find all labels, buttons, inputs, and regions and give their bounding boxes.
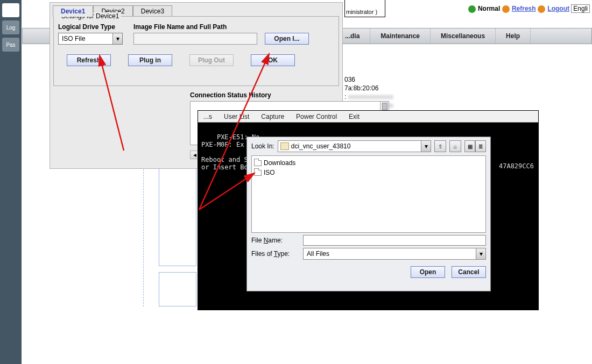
tab-device1[interactable]: Device1 xyxy=(53,5,93,17)
sidebar-item-0[interactable] xyxy=(2,3,19,17)
folder-item-downloads[interactable]: Downloads xyxy=(254,158,483,168)
sidebar-item-pas[interactable]: Pas xyxy=(2,38,19,52)
ok-button[interactable]: OK xyxy=(251,54,295,66)
console-menu-exit[interactable]: Exit xyxy=(349,113,360,120)
chevron-down-icon[interactable]: ▾ xyxy=(421,141,431,152)
folder-icon xyxy=(280,142,289,150)
file-list[interactable]: Downloads ISO xyxy=(251,155,486,233)
folder-name: Downloads xyxy=(264,159,295,167)
lookin-value: dci_vnc_user_43810 xyxy=(291,142,421,150)
console-menu-stub[interactable]: ...s xyxy=(203,113,212,120)
console-menubar: ...s User List Capture Power Control Exi… xyxy=(198,111,538,123)
open-file-dialog: Look In: dci_vnc_user_43810 ▾ ⇧ ⌂ ▦ ≣ Do… xyxy=(246,137,491,291)
filename-label: File Name: xyxy=(251,237,299,244)
drive-type-value: ISO File xyxy=(59,35,112,42)
image-path-input[interactable] xyxy=(133,33,257,45)
folder-icon xyxy=(254,170,262,176)
status-ok-icon xyxy=(468,5,476,13)
logout-icon xyxy=(538,5,545,13)
plugout-button: Plug Out xyxy=(189,54,234,66)
view-list-button[interactable]: ≣ xyxy=(475,140,486,152)
open-button[interactable]: Open xyxy=(411,266,445,278)
chevron-down-icon[interactable]: ▾ xyxy=(112,33,122,44)
folder-name: ISO xyxy=(264,169,275,176)
chevron-down-icon[interactable]: ▾ xyxy=(476,248,485,259)
lookin-select[interactable]: dci_vnc_user_43810 ▾ xyxy=(278,140,431,152)
console-menu-power[interactable]: Power Control xyxy=(296,113,337,120)
user-role-box: ministrator ) xyxy=(344,0,385,17)
filetype-select[interactable]: All Files ▾ xyxy=(303,248,486,260)
history-title: Connection Status History xyxy=(190,91,389,99)
cancel-button[interactable]: Cancel xyxy=(452,266,486,278)
drive-type-label: Logical Drive Type xyxy=(58,23,123,31)
sidebar-item-log[interactable]: Log xyxy=(2,20,19,34)
up-folder-button[interactable]: ⇧ xyxy=(434,140,446,152)
left-sidebar: Log Pas xyxy=(0,0,22,364)
filename-input[interactable] xyxy=(303,235,486,246)
lookin-label: Look In: xyxy=(251,142,274,150)
open-image-button[interactable]: Open I... xyxy=(265,33,309,45)
refresh-icon xyxy=(502,5,510,13)
status-text: Normal xyxy=(478,5,500,12)
console-menu-capture[interactable]: Capture xyxy=(261,113,284,120)
console-menu-userlist[interactable]: User List xyxy=(224,113,249,120)
language-select[interactable]: Engli xyxy=(571,4,590,13)
header-links: Normal Refresh Logout Engli xyxy=(468,4,590,13)
logout-link[interactable]: Logout xyxy=(547,5,569,12)
placeholder-box-1 xyxy=(159,167,196,266)
menu-help[interactable]: Help xyxy=(496,28,531,44)
folder-icon xyxy=(254,160,262,166)
filetype-value: All Files xyxy=(304,250,476,258)
refresh-link[interactable]: Refresh xyxy=(512,5,536,12)
info-line-1: 036 xyxy=(344,75,393,84)
console-hex: 47A829CC6 xyxy=(499,162,534,170)
drive-type-select[interactable]: ISO File ▾ xyxy=(58,33,123,45)
refresh-button[interactable]: Refresh xyxy=(67,54,111,66)
tab-device3[interactable]: Device3 xyxy=(133,5,172,17)
menu-miscellaneous[interactable]: Miscellaneous xyxy=(431,28,496,44)
image-path-label: Image File Name and Full Path xyxy=(133,23,309,31)
plugin-button[interactable]: Plug in xyxy=(128,54,172,66)
folder-item-iso[interactable]: ISO xyxy=(254,168,483,177)
device-settings-group: Settings for Device1 Logical Drive Type … xyxy=(53,16,339,86)
view-icons-button[interactable]: ▦ xyxy=(464,140,475,152)
filetype-label: Files of Type: xyxy=(251,250,299,258)
placeholder-box-2 xyxy=(159,272,196,306)
menu-maintenance[interactable]: Maintenance xyxy=(370,28,431,44)
home-button[interactable]: ⌂ xyxy=(449,140,461,152)
